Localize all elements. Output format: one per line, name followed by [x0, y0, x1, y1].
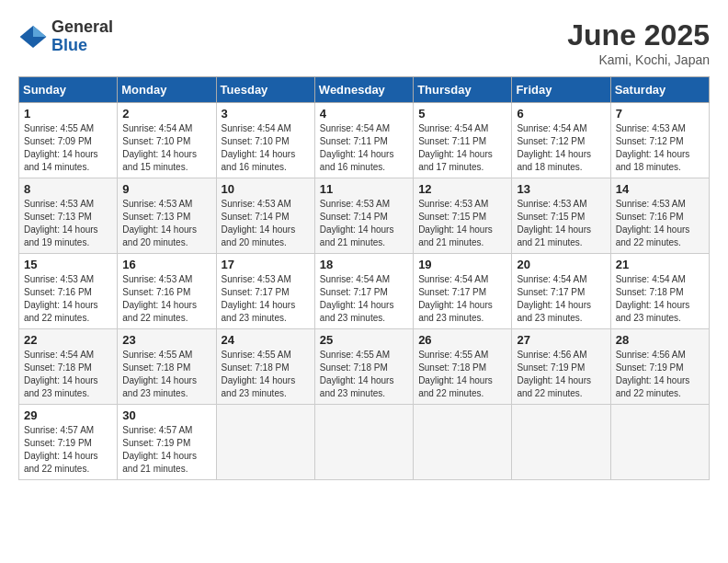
day-number: 28 — [616, 333, 704, 347]
logo-text: General Blue — [51, 18, 113, 55]
table-row: 17 Sunrise: 4:53 AMSunset: 7:17 PMDaylig… — [216, 254, 314, 329]
day-info: Sunrise: 4:56 AMSunset: 7:19 PMDaylight:… — [616, 350, 690, 398]
col-tuesday: Tuesday — [216, 77, 314, 103]
table-row: 8 Sunrise: 4:53 AMSunset: 7:13 PMDayligh… — [19, 178, 118, 254]
col-thursday: Thursday — [414, 77, 512, 103]
col-wednesday: Wednesday — [314, 77, 413, 103]
day-info: Sunrise: 4:53 AMSunset: 7:13 PMDaylight:… — [122, 199, 197, 247]
day-info: Sunrise: 4:53 AMSunset: 7:13 PMDaylight:… — [24, 199, 98, 247]
day-info: Sunrise: 4:53 AMSunset: 7:16 PMDaylight:… — [616, 199, 690, 247]
day-number: 20 — [517, 258, 605, 271]
day-info: Sunrise: 4:55 AMSunset: 7:18 PMDaylight:… — [418, 350, 493, 398]
day-info: Sunrise: 4:55 AMSunset: 7:18 PMDaylight:… — [320, 350, 394, 398]
logo-blue: Blue — [51, 37, 113, 55]
day-number: 6 — [517, 107, 605, 121]
table-row: 30 Sunrise: 4:57 AMSunset: 7:19 PMDaylig… — [118, 405, 216, 480]
day-number: 8 — [24, 182, 112, 196]
table-row: 21 Sunrise: 4:54 AMSunset: 7:18 PMDaylig… — [610, 254, 709, 329]
day-info: Sunrise: 4:54 AMSunset: 7:18 PMDaylight:… — [616, 274, 690, 323]
day-info: Sunrise: 4:54 AMSunset: 7:10 PMDaylight:… — [122, 123, 197, 172]
day-info: Sunrise: 4:56 AMSunset: 7:19 PMDaylight:… — [517, 350, 591, 398]
table-row: 20 Sunrise: 4:54 AMSunset: 7:17 PMDaylig… — [512, 254, 610, 329]
table-row: 26 Sunrise: 4:55 AMSunset: 7:18 PMDaylig… — [414, 329, 512, 405]
table-row: 23 Sunrise: 4:55 AMSunset: 7:18 PMDaylig… — [118, 329, 216, 405]
svg-marker-1 — [33, 26, 46, 37]
table-row: 29 Sunrise: 4:57 AMSunset: 7:19 PMDaylig… — [19, 405, 118, 480]
location: Kami, Kochi, Japan — [567, 52, 710, 67]
day-number: 3 — [222, 107, 310, 121]
day-info: Sunrise: 4:53 AMSunset: 7:16 PMDaylight:… — [122, 274, 197, 323]
day-info: Sunrise: 4:55 AMSunset: 7:18 PMDaylight:… — [222, 350, 296, 398]
day-info: Sunrise: 4:53 AMSunset: 7:15 PMDaylight:… — [418, 199, 493, 247]
day-number: 1 — [24, 107, 112, 121]
day-info: Sunrise: 4:57 AMSunset: 7:19 PMDaylight:… — [122, 425, 197, 474]
day-info: Sunrise: 4:54 AMSunset: 7:17 PMDaylight:… — [320, 274, 394, 323]
day-info: Sunrise: 4:54 AMSunset: 7:11 PMDaylight:… — [320, 123, 394, 172]
day-number: 23 — [122, 333, 210, 347]
col-sunday: Sunday — [19, 77, 118, 103]
table-row: 13 Sunrise: 4:53 AMSunset: 7:15 PMDaylig… — [512, 178, 610, 254]
table-row: 18 Sunrise: 4:54 AMSunset: 7:17 PMDaylig… — [314, 254, 413, 329]
table-row: 28 Sunrise: 4:56 AMSunset: 7:19 PMDaylig… — [610, 329, 709, 405]
table-row: 16 Sunrise: 4:53 AMSunset: 7:16 PMDaylig… — [118, 254, 216, 329]
table-row — [314, 405, 413, 480]
day-number: 5 — [418, 107, 506, 121]
day-info: Sunrise: 4:54 AMSunset: 7:11 PMDaylight:… — [418, 123, 493, 172]
table-row: 9 Sunrise: 4:53 AMSunset: 7:13 PMDayligh… — [118, 178, 216, 254]
calendar-table: Sunday Monday Tuesday Wednesday Thursday… — [18, 76, 710, 480]
day-info: Sunrise: 4:53 AMSunset: 7:14 PMDaylight:… — [320, 199, 394, 247]
table-row: 2 Sunrise: 4:54 AMSunset: 7:10 PMDayligh… — [118, 103, 216, 178]
col-friday: Friday — [512, 77, 610, 103]
table-row — [610, 405, 709, 480]
calendar-week-row: 22 Sunrise: 4:54 AMSunset: 7:18 PMDaylig… — [19, 329, 710, 405]
day-number: 15 — [24, 258, 112, 271]
table-row: 10 Sunrise: 4:53 AMSunset: 7:14 PMDaylig… — [216, 178, 314, 254]
calendar-week-row: 1 Sunrise: 4:55 AMSunset: 7:09 PMDayligh… — [19, 103, 710, 178]
day-number: 26 — [418, 333, 506, 347]
table-row — [216, 405, 314, 480]
day-number: 14 — [616, 182, 704, 196]
day-info: Sunrise: 4:55 AMSunset: 7:18 PMDaylight:… — [122, 350, 197, 398]
calendar-week-row: 15 Sunrise: 4:53 AMSunset: 7:16 PMDaylig… — [19, 254, 710, 329]
day-number: 7 — [616, 107, 704, 121]
table-row — [512, 405, 610, 480]
table-row: 25 Sunrise: 4:55 AMSunset: 7:18 PMDaylig… — [314, 329, 413, 405]
day-number: 9 — [122, 182, 210, 196]
day-number: 11 — [320, 182, 408, 196]
day-number: 25 — [320, 333, 408, 347]
day-info: Sunrise: 4:54 AMSunset: 7:18 PMDaylight:… — [24, 350, 98, 398]
calendar-header-row: Sunday Monday Tuesday Wednesday Thursday… — [19, 77, 710, 103]
day-number: 27 — [517, 333, 605, 347]
table-row: 7 Sunrise: 4:53 AMSunset: 7:12 PMDayligh… — [610, 103, 709, 178]
day-number: 21 — [616, 258, 704, 271]
day-number: 22 — [24, 333, 112, 347]
day-info: Sunrise: 4:53 AMSunset: 7:16 PMDaylight:… — [24, 274, 98, 323]
table-row: 22 Sunrise: 4:54 AMSunset: 7:18 PMDaylig… — [19, 329, 118, 405]
table-row: 6 Sunrise: 4:54 AMSunset: 7:12 PMDayligh… — [512, 103, 610, 178]
logo-general: General — [51, 18, 113, 37]
col-monday: Monday — [118, 77, 216, 103]
day-info: Sunrise: 4:55 AMSunset: 7:09 PMDaylight:… — [24, 123, 98, 172]
day-info: Sunrise: 4:53 AMSunset: 7:14 PMDaylight:… — [222, 199, 296, 247]
table-row: 11 Sunrise: 4:53 AMSunset: 7:14 PMDaylig… — [314, 178, 413, 254]
day-number: 29 — [24, 408, 112, 422]
day-info: Sunrise: 4:53 AMSunset: 7:17 PMDaylight:… — [222, 274, 296, 323]
col-saturday: Saturday — [610, 77, 709, 103]
day-number: 4 — [320, 107, 408, 121]
table-row: 1 Sunrise: 4:55 AMSunset: 7:09 PMDayligh… — [19, 103, 118, 178]
day-number: 24 — [222, 333, 310, 347]
table-row: 27 Sunrise: 4:56 AMSunset: 7:19 PMDaylig… — [512, 329, 610, 405]
day-info: Sunrise: 4:54 AMSunset: 7:17 PMDaylight:… — [517, 274, 591, 323]
table-row: 14 Sunrise: 4:53 AMSunset: 7:16 PMDaylig… — [610, 178, 709, 254]
day-info: Sunrise: 4:54 AMSunset: 7:10 PMDaylight:… — [222, 123, 296, 172]
day-info: Sunrise: 4:54 AMSunset: 7:17 PMDaylight:… — [418, 274, 493, 323]
day-number: 16 — [122, 258, 210, 271]
calendar-week-row: 8 Sunrise: 4:53 AMSunset: 7:13 PMDayligh… — [19, 178, 710, 254]
logo: General Blue — [18, 18, 113, 55]
day-number: 10 — [222, 182, 310, 196]
day-number: 12 — [418, 182, 506, 196]
logo-icon — [18, 22, 48, 52]
day-info: Sunrise: 4:57 AMSunset: 7:19 PMDaylight:… — [24, 425, 98, 474]
day-number: 30 — [122, 408, 210, 422]
table-row: 19 Sunrise: 4:54 AMSunset: 7:17 PMDaylig… — [414, 254, 512, 329]
